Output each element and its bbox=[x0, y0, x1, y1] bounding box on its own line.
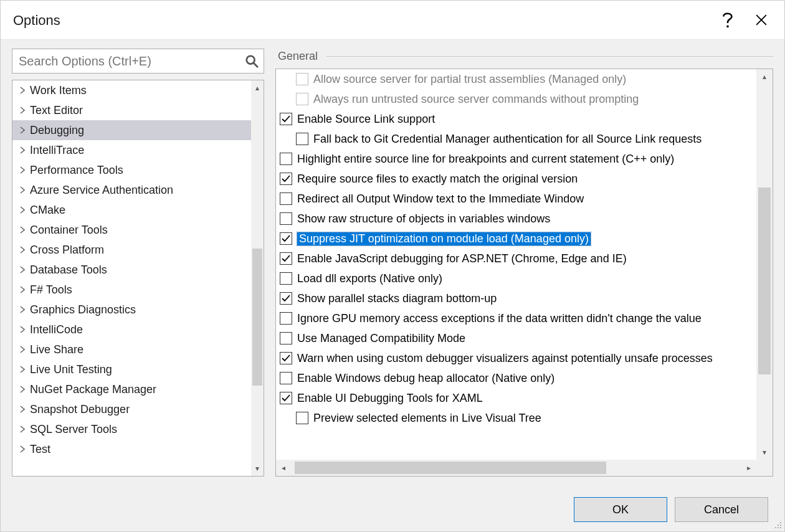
option-row[interactable]: Enable Windows debug heap allocator (Nat… bbox=[276, 368, 756, 388]
checkbox[interactable] bbox=[296, 133, 308, 145]
tree-item[interactable]: NuGet Package Manager bbox=[12, 379, 251, 399]
tree-item[interactable]: IntelliTrace bbox=[12, 140, 251, 160]
tree-list: Work ItemsText EditorDebuggingIntelliTra… bbox=[12, 80, 251, 476]
option-row[interactable]: Ignore GPU memory access exceptions if t… bbox=[276, 308, 756, 328]
tree-item[interactable]: Container Tools bbox=[12, 220, 251, 240]
chevron-right-icon bbox=[17, 226, 27, 234]
svg-point-4 bbox=[778, 525, 779, 526]
scroll-down-icon[interactable]: ▾ bbox=[756, 445, 773, 460]
tree-item[interactable]: Database Tools bbox=[12, 260, 251, 280]
ok-button[interactable]: OK bbox=[574, 497, 667, 522]
checkbox[interactable] bbox=[296, 412, 308, 424]
scroll-corner bbox=[756, 460, 773, 476]
checkbox[interactable] bbox=[280, 113, 292, 125]
tree-item-label: Test bbox=[30, 443, 50, 456]
option-row[interactable]: Allow source server for partial trust as… bbox=[276, 69, 756, 89]
resize-grip[interactable] bbox=[773, 520, 782, 529]
option-row[interactable]: Highlight entire source line for breakpo… bbox=[276, 149, 756, 169]
options-hscrollbar[interactable]: ◂ ▸ bbox=[276, 460, 756, 476]
section-rule bbox=[326, 56, 773, 57]
scroll-thumb[interactable] bbox=[758, 188, 771, 374]
right-column: General Allow source server for partial … bbox=[275, 49, 773, 477]
option-row[interactable]: Suppress JIT optimization on module load… bbox=[276, 229, 756, 249]
svg-point-5 bbox=[780, 525, 781, 526]
option-row[interactable]: Redirect all Output Window text to the I… bbox=[276, 189, 756, 209]
option-row[interactable]: Fall back to Git Credential Manager auth… bbox=[276, 129, 756, 149]
scroll-up-icon[interactable]: ▴ bbox=[251, 80, 264, 95]
option-row[interactable]: Show parallel stacks diagram bottom-up bbox=[276, 288, 756, 308]
scroll-right-icon[interactable]: ▸ bbox=[741, 460, 756, 476]
checkbox[interactable] bbox=[280, 192, 292, 205]
option-row[interactable]: Warn when using custom debugger visualiz… bbox=[276, 348, 756, 368]
tree-item[interactable]: Cross Platform bbox=[12, 240, 251, 260]
checkbox[interactable] bbox=[280, 153, 292, 165]
scroll-thumb[interactable] bbox=[295, 462, 606, 474]
option-row[interactable]: Require source files to exactly match th… bbox=[276, 169, 756, 189]
tree-item[interactable]: CMake bbox=[12, 200, 251, 220]
tree-item[interactable]: Snapshot Debugger bbox=[12, 399, 251, 419]
checkbox[interactable] bbox=[280, 212, 292, 225]
tree-item[interactable]: Live Share bbox=[12, 340, 251, 359]
checkbox[interactable] bbox=[280, 292, 292, 305]
search-input[interactable] bbox=[12, 49, 264, 74]
checkbox[interactable] bbox=[280, 372, 292, 384]
scroll-down-icon[interactable]: ▾ bbox=[251, 461, 264, 476]
tree-item-label: Azure Service Authentication bbox=[30, 184, 173, 197]
option-label: Show raw structure of objects in variabl… bbox=[297, 212, 554, 226]
titlebar: Options bbox=[1, 1, 784, 39]
tree-item[interactable]: F# Tools bbox=[12, 280, 251, 300]
option-row[interactable]: Use Managed Compatibility Mode bbox=[276, 328, 756, 348]
option-row[interactable]: Preview selected elements in Live Visual… bbox=[276, 408, 756, 428]
scroll-thumb[interactable] bbox=[252, 249, 262, 386]
checkbox[interactable] bbox=[280, 352, 292, 364]
search-icon[interactable] bbox=[243, 52, 260, 70]
checkbox[interactable] bbox=[280, 272, 292, 285]
options-vscrollbar[interactable]: ▴ ▾ bbox=[756, 69, 773, 460]
help-button[interactable] bbox=[713, 6, 742, 34]
tree-item[interactable]: Work Items bbox=[12, 80, 251, 100]
checkbox[interactable] bbox=[296, 73, 308, 85]
option-row[interactable]: Load dll exports (Native only) bbox=[276, 268, 756, 288]
tree-item[interactable]: Performance Tools bbox=[12, 160, 251, 180]
checkbox[interactable] bbox=[280, 252, 292, 265]
tree-scrollbar[interactable]: ▴ ▾ bbox=[251, 80, 264, 476]
tree-item[interactable]: SQL Server Tools bbox=[12, 419, 251, 439]
checkbox[interactable] bbox=[280, 173, 292, 185]
option-row[interactable]: Enable JavaScript debugging for ASP.NET … bbox=[276, 249, 756, 268]
options-dialog: Options Work ItemsText EditorDebuggingIn… bbox=[0, 0, 785, 532]
checkbox[interactable] bbox=[280, 232, 292, 245]
option-row[interactable]: Enable UI Debugging Tools for XAML bbox=[276, 388, 756, 408]
tree-item[interactable]: Graphics Diagnostics bbox=[12, 300, 251, 320]
cancel-button[interactable]: Cancel bbox=[675, 497, 768, 522]
tree-item[interactable]: Text Editor bbox=[12, 100, 251, 120]
checkbox[interactable] bbox=[280, 392, 292, 404]
chevron-right-icon bbox=[17, 386, 27, 393]
option-row[interactable]: Enable Source Link support bbox=[276, 109, 756, 129]
checkbox[interactable] bbox=[296, 93, 308, 105]
checkbox[interactable] bbox=[280, 332, 292, 344]
chevron-right-icon bbox=[17, 146, 27, 154]
category-tree: Work ItemsText EditorDebuggingIntelliTra… bbox=[12, 80, 264, 477]
tree-item[interactable]: IntelliCode bbox=[12, 320, 251, 340]
svg-line-2 bbox=[254, 63, 257, 67]
scroll-left-icon[interactable]: ◂ bbox=[276, 460, 291, 476]
option-label: Enable UI Debugging Tools for XAML bbox=[297, 392, 487, 405]
option-label: Load dll exports (Native only) bbox=[297, 272, 446, 285]
svg-point-6 bbox=[775, 527, 776, 528]
option-row[interactable]: Show raw structure of objects in variabl… bbox=[276, 209, 756, 229]
tree-item-label: SQL Server Tools bbox=[30, 423, 117, 436]
tree-item-label: CMake bbox=[30, 204, 65, 217]
tree-item[interactable]: Azure Service Authentication bbox=[12, 180, 251, 200]
tree-item[interactable]: Live Unit Testing bbox=[12, 359, 251, 379]
tree-item[interactable]: Debugging bbox=[12, 120, 251, 140]
option-row[interactable]: Always run untrusted source server comma… bbox=[276, 89, 756, 109]
chevron-right-icon bbox=[17, 186, 27, 194]
chevron-right-icon bbox=[17, 406, 27, 413]
close-button[interactable] bbox=[747, 6, 776, 34]
checkbox[interactable] bbox=[280, 312, 292, 325]
tree-item-label: Graphics Diagnostics bbox=[30, 303, 136, 316]
svg-point-8 bbox=[780, 527, 781, 528]
tree-item[interactable]: Test bbox=[12, 439, 251, 459]
scroll-up-icon[interactable]: ▴ bbox=[756, 69, 773, 84]
option-label: Enable Windows debug heap allocator (Nat… bbox=[297, 372, 558, 385]
